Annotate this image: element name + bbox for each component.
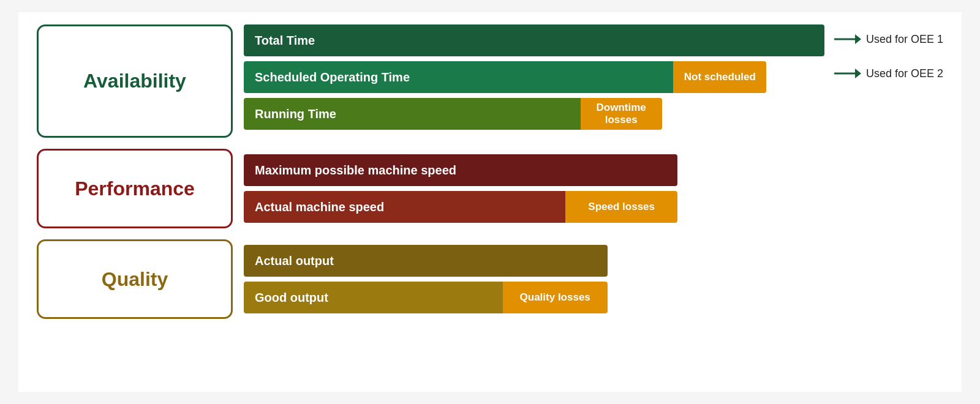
oee1-arrow-icon — [834, 31, 861, 48]
quality-label: Quality — [102, 268, 168, 291]
quality-label-box: Quality — [37, 239, 233, 319]
downtime-tag: Downtime losses — [581, 98, 662, 130]
performance-section: Performance Maximum possible machine spe… — [37, 149, 943, 228]
performance-bars: Maximum possible machine speed Actual ma… — [244, 154, 943, 223]
availability-bars: Total Time Scheduled Operating Time Not … — [244, 24, 824, 138]
total-time-bar: Total Time — [244, 24, 824, 56]
scheduled-bar: Scheduled Operating Time — [244, 61, 673, 93]
running-row: Running Time Downtime losses — [244, 98, 824, 130]
good-output-bar: Good output — [244, 282, 503, 313]
good-output-row: Good output Quality losses — [244, 282, 943, 313]
availability-label: Availability — [83, 70, 186, 92]
availability-arrows: Used for OEE 1 Used for OEE 2 — [824, 24, 943, 138]
availability-bars-area: Total Time Scheduled Operating Time Not … — [244, 24, 943, 138]
speed-losses-tag: Speed losses — [565, 191, 677, 223]
svg-marker-3 — [855, 69, 861, 78]
oee2-arrow-icon — [834, 65, 861, 82]
max-speed-bar: Maximum possible machine speed — [244, 154, 677, 186]
oee2-arrow-row: Used for OEE 2 — [834, 65, 943, 82]
actual-speed-row: Actual machine speed Speed losses — [244, 191, 943, 223]
max-speed-row: Maximum possible machine speed — [244, 154, 943, 186]
oee1-arrow-row: Used for OEE 1 — [834, 31, 943, 48]
scheduled-row: Scheduled Operating Time Not scheduled — [244, 61, 824, 93]
running-bar: Running Time — [244, 98, 581, 130]
oee2-label: Used for OEE 2 — [866, 67, 943, 80]
main-container: Availability Total Time Scheduled Operat… — [18, 12, 962, 392]
svg-marker-1 — [855, 34, 861, 44]
oee1-label: Used for OEE 1 — [866, 33, 943, 46]
total-time-row: Total Time — [244, 24, 824, 56]
performance-label-box: Performance — [37, 149, 233, 228]
quality-losses-tag: Quality losses — [503, 282, 608, 313]
not-scheduled-tag: Not scheduled — [673, 61, 766, 93]
actual-output-bar: Actual output — [244, 245, 608, 277]
quality-section: Quality Actual output Good output Qualit… — [37, 239, 943, 319]
availability-label-box: Availability — [37, 24, 233, 138]
actual-output-row: Actual output — [244, 245, 943, 277]
performance-label: Performance — [75, 178, 195, 200]
quality-bars: Actual output Good output Quality losses — [244, 245, 943, 313]
availability-section: Availability Total Time Scheduled Operat… — [37, 24, 943, 138]
arrow-spacer — [834, 100, 943, 132]
actual-speed-bar: Actual machine speed — [244, 191, 565, 223]
